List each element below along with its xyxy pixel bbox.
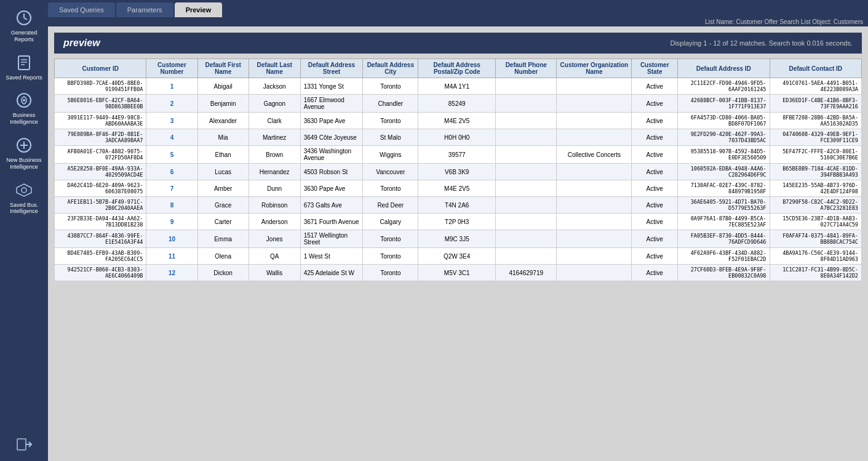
sidebar-item-new-business-intelligence[interactable]: New BusinessIntelligence <box>0 130 48 175</box>
table-row: 79E089BA-8F46-4F2D-8B1E-3ADCAA89BAA74Mia… <box>55 129 862 146</box>
preview-container[interactable]: preview Displaying 1 - 12 of 12 matches.… <box>48 26 868 461</box>
bi-icon <box>14 90 34 110</box>
table-row: 942521CF-B060-4CB3-8303-AE6C4066409B12Di… <box>55 265 862 281</box>
sidebar-item-label: GeneratedReports <box>11 30 38 43</box>
tab-parameters[interactable]: Parameters <box>116 2 173 17</box>
svg-line-2 <box>24 18 27 20</box>
col-default-phone: Default Phone Number <box>496 59 557 78</box>
svg-point-12 <box>22 188 26 193</box>
col-default-contact-id: Default Contact ID <box>770 59 862 78</box>
sidebar-item-saved-bus-intelligence[interactable]: Saved Bus.Intelligence <box>0 175 48 220</box>
svg-rect-13 <box>17 439 26 450</box>
col-default-last-name: Default Last Name <box>249 59 300 78</box>
table-row: AFE1EB11-5B7B-4F49-971C-2B0C2040AAEA8Gra… <box>55 197 862 214</box>
sidebar-item-business-intelligence[interactable]: BusinessIntelligence <box>0 86 48 130</box>
table-row: 23F2B33E-DA94-4434-AA62-7B13DDB1B2389Car… <box>55 214 862 230</box>
sidebar-item-label: BusinessIntelligence <box>10 112 38 126</box>
table-row: 438B7CC7-864F-4836-99FE-E1E5416A3F4410Em… <box>55 230 862 248</box>
table-row: A5E28258-BF0E-49AA-933A-4029509ACD4E6Luc… <box>55 164 862 180</box>
sidebar-item-label: Saved Reports <box>6 74 42 81</box>
col-default-address-street: Default Address Street <box>300 59 363 78</box>
table-row: 3091E117-9449-44E9-98C8-ABD60AAABA3E3Ale… <box>55 113 862 129</box>
col-customer-org: Customer Organization Name <box>557 59 632 78</box>
sidebar-item-saved-reports[interactable]: Saved Reports <box>0 48 48 86</box>
tab-saved-queries[interactable]: Saved Queries <box>48 2 115 17</box>
table-row: BBFD398D-7CAE-40D5-8BE0-9199451FFB0A1Abi… <box>55 78 862 95</box>
sidebar-item-label: Saved Bus.Intelligence <box>10 202 38 215</box>
main-area: Saved Queries Parameters Preview List Na… <box>48 0 868 461</box>
report-icon <box>14 53 34 73</box>
table-row: 5B6E8016-EBFC-42CF-BA64-98D863BBEE0B2Ben… <box>55 95 862 113</box>
col-default-address-id: Default Address ID <box>678 59 770 78</box>
sidebar: GeneratedReports Saved Reports BusinessI… <box>0 0 48 461</box>
svg-rect-3 <box>18 56 30 70</box>
col-default-address-postal: Default Address Postal/Zip Code <box>418 59 496 78</box>
col-default-address-city: Default Address City <box>363 59 418 78</box>
table-row: AFB0A01E-C70A-4882-9075-072FD50AF8D45Eth… <box>55 146 862 164</box>
col-customer-state: Customer State <box>632 59 678 78</box>
data-table: Customer ID Customer Number Default Firs… <box>54 58 862 281</box>
svg-point-8 <box>23 99 25 102</box>
col-customer-number: Customer Number <box>146 59 197 78</box>
tab-bar: Saved Queries Parameters Preview <box>48 0 868 17</box>
clock-icon <box>14 8 34 28</box>
saved-bi-icon <box>14 180 34 200</box>
table-row: BD4E7485-EFB9-43AB-B309-FA205EC64CC511Ol… <box>55 248 862 265</box>
col-customer-id: Customer ID <box>55 59 146 78</box>
table-row: DA62C41D-6E20-409A-9623-606387E080757Amb… <box>55 180 862 197</box>
preview-header: preview Displaying 1 - 12 of 12 matches.… <box>54 33 862 54</box>
table-body: BBFD398D-7CAE-40D5-8BE0-9199451FFB0A1Abi… <box>55 78 862 281</box>
sidebar-item-exit[interactable] <box>0 430 48 461</box>
sidebar-item-generated-reports[interactable]: GeneratedReports <box>0 3 48 48</box>
preview-info: Displaying 1 - 12 of 12 matches. Search … <box>670 39 853 47</box>
table-header-row: Customer ID Customer Number Default Firs… <box>55 59 862 78</box>
preview-title: preview <box>63 38 100 49</box>
sidebar-item-label: New BusinessIntelligence <box>6 157 41 170</box>
col-default-first-name: Default First Name <box>197 59 249 78</box>
exit-icon <box>14 435 34 454</box>
new-bi-icon <box>14 135 34 155</box>
tab-preview[interactable]: Preview <box>175 2 223 17</box>
info-bar: List Name: Customer Offer Search List Ob… <box>48 17 868 26</box>
